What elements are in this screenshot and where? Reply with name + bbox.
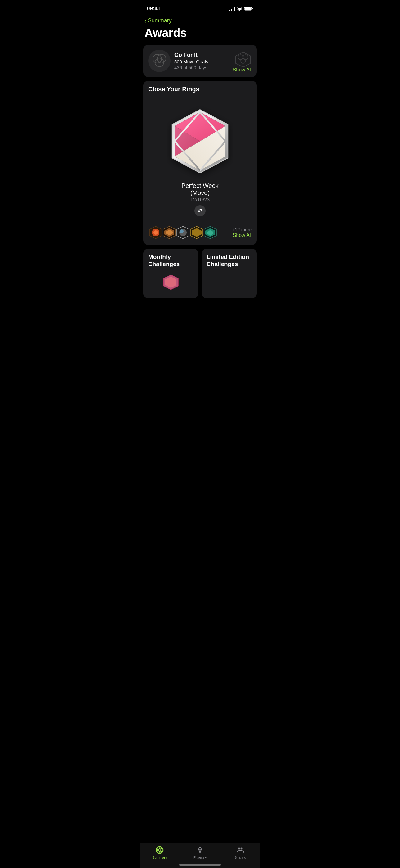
hexagon-badge[interactable]	[163, 104, 237, 179]
svg-point-8	[243, 55, 248, 60]
badge-row: +12 more Show All	[148, 225, 252, 240]
bottom-tiles: Monthly Challenges Limited Edition Chall…	[143, 249, 257, 298]
badge-container: Perfect Week (Move) 12/10/23 47	[148, 98, 252, 221]
svg-marker-6	[236, 52, 251, 67]
badge-thumbnails[interactable]	[148, 225, 218, 240]
page-title: Awards	[139, 25, 261, 45]
rings-show-all-button[interactable]: Show All	[232, 232, 252, 238]
rings-section: Close Your Rings	[143, 81, 257, 245]
monthly-tile-content	[148, 273, 194, 291]
badge-thumb-5[interactable]	[203, 225, 218, 240]
limited-challenges-tile[interactable]: Limited Edition Challenges	[202, 249, 257, 298]
badge-thumb-3[interactable]	[175, 225, 190, 240]
monthly-challenges-tile[interactable]: Monthly Challenges	[143, 249, 198, 298]
badge-more[interactable]: +12 more Show All	[232, 227, 252, 238]
award-title: Go For It	[174, 52, 231, 58]
award-subtitle: 500 Move Goals	[174, 59, 231, 64]
svg-point-18	[154, 230, 158, 235]
status-icons	[229, 6, 253, 11]
award-show-all-button[interactable]: Show All	[233, 67, 252, 73]
badge-thumb-4[interactable]	[189, 225, 204, 240]
wifi-icon	[237, 6, 242, 11]
status-time: 09:41	[147, 6, 160, 12]
badge-thumb-1[interactable]	[148, 225, 163, 240]
award-card[interactable]: Go For It 500 Move Goals 436 of 500 days…	[143, 45, 257, 77]
svg-point-7	[238, 55, 243, 60]
award-info: Go For It 500 Move Goals 436 of 500 days	[174, 52, 231, 70]
badge-date: 12/10/23	[190, 197, 210, 203]
badge-more-count: +12 more	[232, 227, 252, 232]
svg-rect-2	[252, 8, 253, 9]
award-icon	[148, 50, 171, 72]
signal-icon	[229, 6, 235, 11]
badge-count: 47	[194, 205, 206, 216]
award-future-badge	[234, 51, 252, 69]
chevron-left-icon: ‹	[144, 18, 147, 24]
back-button[interactable]: ‹ Summary	[139, 15, 261, 25]
svg-point-9	[241, 58, 245, 63]
back-label: Summary	[148, 18, 172, 24]
svg-rect-1	[245, 7, 251, 10]
limited-tile-title: Limited Edition Challenges	[206, 254, 252, 268]
rings-section-title: Close Your Rings	[148, 86, 252, 93]
award-progress: 436 of 500 days	[174, 65, 231, 70]
status-bar: 09:41	[139, 0, 261, 15]
badge-name: Perfect Week (Move)	[181, 182, 219, 196]
badge-thumb-2[interactable]	[162, 225, 177, 240]
battery-icon	[244, 6, 253, 11]
svg-point-24	[180, 229, 184, 233]
monthly-tile-title: Monthly Challenges	[148, 254, 194, 268]
